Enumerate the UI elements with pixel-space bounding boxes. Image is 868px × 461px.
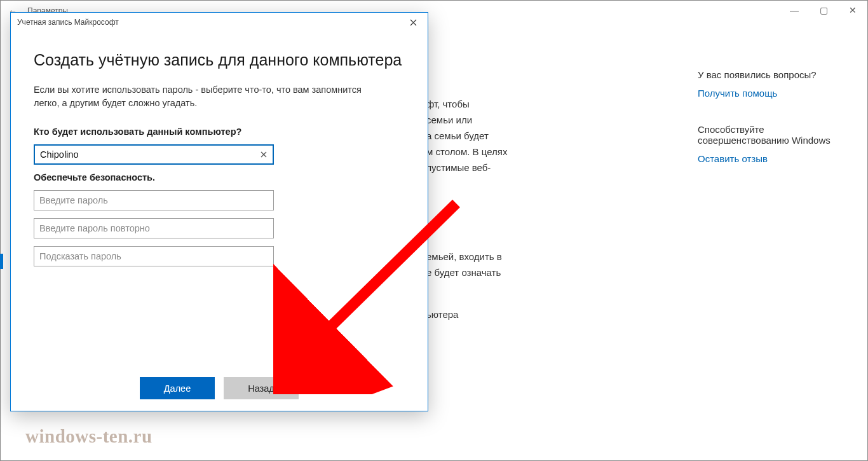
bg-text-2: емьей, входить в е будет означать <box>426 249 528 280</box>
back-button[interactable]: Назад <box>224 377 299 399</box>
next-button[interactable]: Далее <box>140 377 215 399</box>
right-help-pane: У вас появились вопросы? Получить помощь… <box>698 69 844 189</box>
password-confirm-input[interactable] <box>34 218 274 238</box>
clear-input-icon[interactable] <box>257 148 270 161</box>
username-input[interactable] <box>34 144 274 165</box>
dialog-title: Учетная запись Майкрософт <box>17 18 119 27</box>
close-window-button[interactable]: ✕ <box>838 1 867 20</box>
bg-text-3: ьютера <box>426 309 503 320</box>
watermark-text: windows-ten.ru <box>25 426 153 447</box>
username-label: Кто будет использовать данный компьютер? <box>34 127 405 137</box>
password-input[interactable] <box>34 190 274 210</box>
feedback-heading: Способствуйте совершенствованию Windows <box>698 124 844 146</box>
leave-feedback-link[interactable]: Оставить отзыв <box>698 153 844 164</box>
password-hint-input[interactable] <box>34 246 274 266</box>
questions-heading: У вас появились вопросы? <box>698 69 844 80</box>
dialog-description: Если вы хотите использовать пароль - выб… <box>34 83 390 110</box>
window-controls: — ▢ ✕ <box>780 1 867 20</box>
create-account-dialog: Учетная запись Майкрософт Создать учётну… <box>10 12 428 411</box>
close-icon[interactable] <box>403 13 423 32</box>
bg-text-1: фт, чтобы семьи или а семьи будет м стол… <box>426 96 515 175</box>
maximize-button[interactable]: ▢ <box>809 1 838 20</box>
dialog-heading: Создать учётную запись для данного компь… <box>34 51 405 69</box>
dialog-titlebar: Учетная запись Майкрософт <box>11 13 428 32</box>
security-label: Обеспечьте безопасность. <box>34 172 405 182</box>
active-nav-indicator <box>0 254 3 269</box>
minimize-button[interactable]: — <box>780 1 809 20</box>
get-help-link[interactable]: Получить помощь <box>698 88 844 99</box>
